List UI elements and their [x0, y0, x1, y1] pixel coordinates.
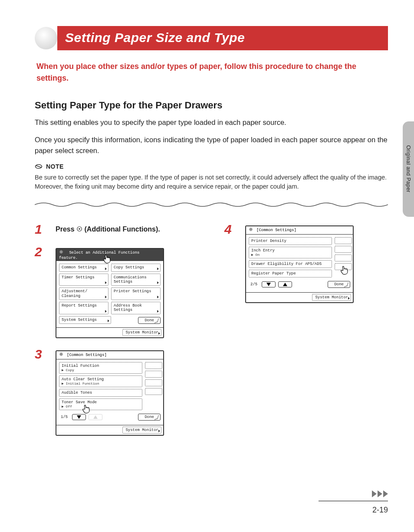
- svg-point-12: [60, 353, 62, 355]
- row-printer-density-value[interactable]: [335, 237, 352, 244]
- svg-point-2: [79, 228, 80, 230]
- footer-page-number: 2-19: [319, 506, 388, 515]
- section-heading: Setting Paper Type for the Paper Drawers: [35, 100, 388, 111]
- step-2-number: 2: [35, 245, 49, 258]
- row-audible-tones[interactable]: Audible Tones: [59, 389, 142, 397]
- screen3-page-indicator: 1/5: [59, 415, 69, 419]
- step-1-label: Press (Additional Functions).: [56, 225, 160, 233]
- step-1-label-post: (Additional Functions).: [85, 225, 160, 233]
- row-initial-function-value[interactable]: [145, 362, 162, 369]
- hand-pointer-icon: [82, 403, 92, 415]
- gear-icon: [59, 250, 65, 256]
- row-toner-save-mode[interactable]: Toner Save Mode ▶ Off: [59, 398, 142, 410]
- svg-line-31: [252, 228, 252, 228]
- svg-line-9: [62, 253, 62, 253]
- step-3-number: 3: [35, 348, 49, 361]
- row-register-paper-type[interactable]: Register Paper Type: [249, 270, 332, 277]
- screen4-page-down-button[interactable]: [262, 281, 276, 287]
- section-body-2: Once you specify this information, icons…: [35, 134, 388, 157]
- side-tab-label: Original and Paper: [405, 145, 411, 193]
- screen4-title-text: [Common Settings]: [256, 228, 296, 232]
- note-label: NOTE: [46, 163, 64, 170]
- step-2: 2 Select an Additional Functions feature…: [35, 245, 198, 338]
- footer-rule: [319, 501, 388, 501]
- step-1-number: 1: [35, 223, 49, 236]
- svg-marker-33: [283, 283, 287, 286]
- btn-common-settings[interactable]: Common Settings: [59, 264, 108, 271]
- step-1-label-pre: Press: [56, 225, 76, 233]
- continue-arrows-icon: [319, 490, 388, 497]
- svg-line-29: [252, 230, 252, 231]
- row-toner-save-mode-value[interactable]: [145, 388, 162, 395]
- svg-line-8: [60, 251, 60, 251]
- svg-marker-32: [266, 283, 271, 286]
- screen-common-settings-p2: [Common Settings] Printer Density Inch E…: [245, 225, 354, 303]
- row-inch-entry[interactable]: Inch Entry ▶ On: [249, 247, 332, 258]
- screen4-done-button[interactable]: Done: [328, 281, 350, 288]
- row-auto-clear-setting-value[interactable]: [145, 371, 162, 378]
- wavy-divider-icon: [35, 201, 388, 208]
- screen2-system-monitor-button[interactable]: System Monitor: [122, 329, 161, 336]
- step-4-number: 4: [224, 223, 238, 236]
- svg-line-19: [60, 355, 60, 356]
- btn-report-settings[interactable]: Report Settings: [59, 302, 108, 314]
- row-printer-density[interactable]: Printer Density: [249, 237, 332, 245]
- gear-icon: [249, 227, 255, 233]
- row-audible-tones-value[interactable]: [145, 379, 162, 386]
- svg-line-11: [62, 251, 62, 251]
- row-initial-function[interactable]: Initial Function ▶ Copy: [59, 362, 142, 374]
- btn-communications-settings[interactable]: Communications Settings: [111, 274, 161, 286]
- screen4-system-monitor-button[interactable]: System Monitor: [312, 294, 351, 301]
- screen2-done-button[interactable]: Done: [138, 317, 161, 324]
- svg-line-10: [60, 253, 60, 253]
- screen3-system-monitor-button[interactable]: System Monitor: [122, 427, 161, 434]
- hand-pointer-icon: [340, 264, 350, 277]
- additional-functions-key-icon: [76, 226, 82, 234]
- step-3: 3 [Common Settings]: [35, 348, 198, 436]
- side-tab: Original and Paper: [403, 121, 414, 217]
- btn-printer-settings[interactable]: Printer Settings: [111, 287, 161, 300]
- svg-line-18: [62, 355, 62, 356]
- screen-common-settings-p1: [Common Settings] Initial Function ▶ Cop…: [56, 350, 164, 436]
- row-auto-clear-setting[interactable]: Auto Clear Setting ▶ Initial Function: [59, 375, 142, 387]
- step-1: 1 Press (Additional Functions).: [35, 223, 198, 236]
- btn-timer-settings[interactable]: Timer Settings: [59, 274, 108, 286]
- svg-line-30: [250, 230, 250, 231]
- screen3-title-text: [Common Settings]: [67, 353, 107, 357]
- row-drawer-eligibility[interactable]: Drawer Eligibility For APS/ADS: [249, 260, 332, 268]
- hand-pointer-icon: [102, 253, 113, 265]
- screen4-page-up-button[interactable]: [278, 281, 292, 287]
- section-body-1: This setting enables you to specify the …: [35, 117, 388, 128]
- intro-text: When you place other sizes and/or types …: [36, 61, 386, 84]
- screen3-title: [Common Settings]: [56, 351, 163, 359]
- gear-icon: [59, 352, 65, 358]
- btn-adjustment-cleaning[interactable]: Adjustment/ Cleaning: [59, 287, 108, 300]
- step-4: 4 [Common Settings]: [224, 223, 388, 303]
- btn-system-settings[interactable]: System Settings: [59, 316, 111, 324]
- note-body: Be sure to correctly set the paper type.…: [35, 173, 388, 192]
- screen3-done-button[interactable]: Done: [138, 414, 161, 421]
- row-inch-entry-value[interactable]: [335, 246, 352, 253]
- svg-line-17: [60, 353, 60, 353]
- svg-line-20: [62, 353, 62, 353]
- svg-point-3: [60, 251, 62, 253]
- screen4-page-indicator: 2/5: [249, 282, 259, 287]
- svg-marker-22: [93, 415, 98, 419]
- btn-copy-settings[interactable]: Copy Settings: [111, 264, 161, 271]
- screen4-title: [Common Settings]: [246, 226, 353, 235]
- svg-point-23: [250, 229, 251, 230]
- title-bullet-icon: [35, 27, 57, 49]
- screen2-title-text: Select an Additional Functions feature.: [59, 251, 139, 261]
- btn-address-book-settings[interactable]: Address Book Settings: [111, 302, 161, 314]
- row-drawer-eligibility-value[interactable]: [335, 255, 352, 261]
- note-icon: [35, 163, 43, 170]
- svg-marker-21: [77, 415, 81, 419]
- page-title: Setting Paper Size and Type: [57, 26, 388, 50]
- svg-line-28: [250, 228, 250, 228]
